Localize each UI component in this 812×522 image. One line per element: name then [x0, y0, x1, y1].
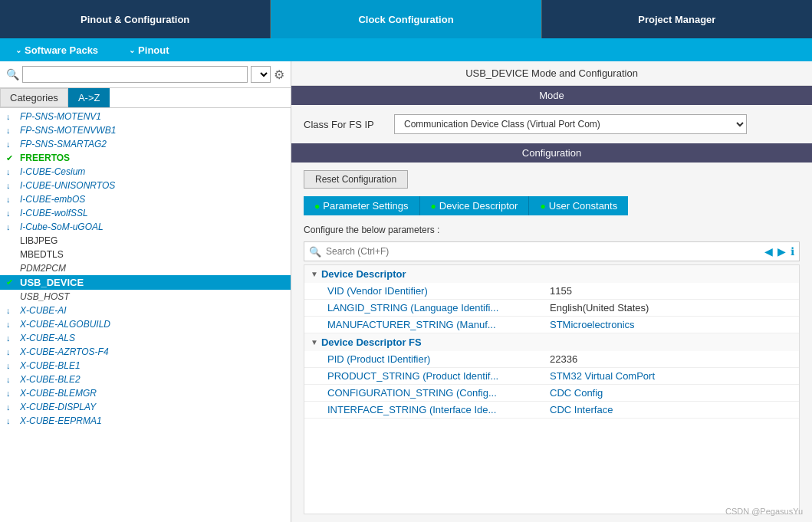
param-name: LANGID_STRING (Language Identifi...	[327, 302, 550, 314]
list-item[interactable]: ↓ I-CUBE-embOS	[0, 192, 291, 206]
sub-nav-pinout[interactable]: ⌄ Pinout	[129, 44, 169, 56]
tab-parameter-settings[interactable]: ● Parameter Settings	[304, 196, 420, 215]
list-item[interactable]: LIBJPEG	[0, 234, 291, 248]
download-icon: ↓	[6, 208, 17, 218]
list-item[interactable]: ↓ FP-SNS-MOTENV1	[0, 110, 291, 123]
list-item[interactable]: ✔ FREERTOS	[0, 151, 291, 165]
item-label: FP-SNS-MOTENV1	[20, 111, 101, 122]
nav-project-label: Project Manager	[638, 14, 715, 25]
list-item[interactable]: ↓ I-CUBE-UNISONRTOS	[0, 179, 291, 192]
nav-project[interactable]: Project Manager	[542, 0, 812, 38]
tab-categories[interactable]: Categories	[0, 88, 68, 107]
sub-nav-pinout-label: Pinout	[138, 44, 169, 56]
section-title: Device Descriptor FS	[321, 337, 422, 348]
download-icon: ↓	[6, 333, 17, 343]
tab-device-descriptor[interactable]: ● Device Descriptor	[420, 196, 530, 215]
param-name: CONFIGURATION_STRING (Config...	[327, 387, 550, 399]
download-icon: ↓	[6, 347, 17, 356]
list-item[interactable]: ↓ X-CUBE-BLE1	[0, 359, 291, 373]
tab-label: Parameter Settings	[323, 200, 408, 212]
param-name: MANUFACTURER_STRING (Manuf...	[327, 319, 550, 330]
download-icon: ↓	[6, 140, 17, 149]
nav-pinout-label: Pinout & Configuration	[81, 14, 189, 25]
param-name: VID (Vendor IDentifier)	[327, 285, 550, 297]
list-item[interactable]: ↓ X-CUBE-ALGOBUILD	[0, 317, 291, 331]
download-icon: ↓	[6, 167, 17, 176]
list-item[interactable]: ↓ X-CUBE-ALS	[0, 331, 291, 345]
item-label: FP-SNS-SMARTAG2	[20, 139, 107, 149]
list-item[interactable]: PDM2PCM	[0, 261, 291, 275]
check-icon: ●	[314, 201, 320, 212]
list-item[interactable]: ↓ X-CUBE-BLEMGR	[0, 386, 291, 400]
prev-arrow-icon[interactable]: ◀	[764, 245, 773, 258]
item-label: I-CUBE-embOS	[20, 194, 85, 205]
param-table: ▼ Device Descriptor VID (Vendor IDentifi…	[304, 264, 800, 514]
item-label: I-CUBE-Cesium	[20, 166, 85, 177]
param-row: PRODUCT_STRING (Product Identif... STM32…	[304, 368, 799, 385]
item-label: X-CUBE-AZRTOS-F4	[20, 346, 109, 357]
item-label: USB_DEVICE	[20, 277, 84, 288]
chevron-down-icon: ▼	[311, 338, 318, 346]
item-label: FP-SNS-MOTENVWB1	[20, 125, 116, 136]
config-section-header: Configuration	[291, 143, 812, 163]
item-label: I-Cube-SoM-uGOAL	[20, 222, 104, 232]
watermark: CSDN @PegasusYu	[725, 507, 803, 516]
item-label: X-CUBE-BLE2	[20, 374, 81, 385]
param-section-header-device-descriptor-fs[interactable]: ▼ Device Descriptor FS	[304, 333, 799, 351]
list-item[interactable]: ↓ I-Cube-SoM-uGOAL	[0, 220, 291, 234]
list-item[interactable]: ↓ FP-SNS-MOTENVWB1	[0, 123, 291, 137]
item-label: X-CUBE-EEPRMA1	[20, 415, 102, 426]
mode-section-header: Mode	[291, 86, 812, 105]
item-label: FREERTOS	[20, 153, 70, 163]
download-icon: ↓	[6, 416, 17, 425]
list-item[interactable]: ↓ X-CUBE-BLE2	[0, 373, 291, 386]
gear-icon[interactable]: ⚙	[274, 67, 284, 82]
download-icon: ↓	[6, 112, 17, 121]
class-for-fs-ip-select[interactable]: Communication Device Class (Virtual Port…	[394, 114, 747, 134]
param-name: PID (Product IDentifier)	[327, 353, 550, 365]
nav-clock[interactable]: Clock Configuration	[271, 0, 541, 38]
item-label: USB_HOST	[20, 291, 70, 302]
reset-configuration-button[interactable]: Reset Configuration	[304, 170, 408, 189]
search-input[interactable]	[22, 66, 248, 83]
item-label: MBEDTLS	[20, 249, 64, 260]
search-icon: 🔍	[6, 68, 19, 80]
param-row: LANGID_STRING (Language Identifi... Engl…	[304, 300, 799, 317]
tab-az[interactable]: A->Z	[68, 88, 110, 107]
list-item[interactable]: USB_HOST	[0, 290, 291, 304]
chevron-down-icon: ▼	[311, 270, 318, 278]
search-dropdown[interactable]	[251, 66, 271, 83]
param-search-input[interactable]	[326, 246, 760, 257]
param-name: INTERFACE_STRING (Interface Ide...	[327, 404, 550, 415]
param-value: English(United States)	[550, 302, 793, 314]
param-value: CDC Interface	[550, 404, 793, 415]
list-item[interactable]: ↓ I-CUBE-wolfSSL	[0, 206, 291, 220]
list-item[interactable]: MBEDTLS	[0, 248, 291, 261]
list-item[interactable]: ↓ X-CUBE-EEPRMA1	[0, 414, 291, 428]
info-icon[interactable]: ℹ	[791, 245, 794, 258]
search-icon-param: 🔍	[309, 246, 321, 258]
param-row: CONFIGURATION_STRING (Config... CDC Conf…	[304, 385, 799, 402]
tab-user-constants[interactable]: ● User Constants	[529, 196, 628, 215]
list-item[interactable]: ↓ I-CUBE-Cesium	[0, 165, 291, 179]
right-panel: USB_DEVICE Mode and Configuration Mode C…	[291, 61, 812, 522]
download-icon: ↓	[6, 181, 17, 190]
item-label: X-CUBE-DISPLAY	[20, 402, 96, 412]
nav-pinout[interactable]: Pinout & Configuration	[0, 0, 271, 38]
list-item[interactable]: ↓ X-CUBE-AZRTOS-F4	[0, 345, 291, 359]
next-arrow-icon[interactable]: ▶	[777, 245, 786, 258]
param-section-header-device-descriptor[interactable]: ▼ Device Descriptor	[304, 265, 799, 283]
param-value: 1155	[550, 285, 793, 297]
list-item[interactable]: ↓ FP-SNS-SMARTAG2	[0, 137, 291, 151]
download-icon: ↓	[6, 306, 17, 315]
param-search-row: 🔍 ◀ ▶ ℹ	[304, 241, 800, 261]
list-item-usb-device[interactable]: ✔ USB_DEVICE	[0, 275, 291, 290]
chevron-down-icon-2: ⌄	[129, 46, 135, 54]
list-item[interactable]: ↓ X-CUBE-DISPLAY	[0, 400, 291, 414]
item-label: PDM2PCM	[20, 263, 66, 274]
sub-nav-software-packs[interactable]: ⌄ Software Packs	[15, 44, 98, 56]
list-item[interactable]: ↓ X-CUBE-AI	[0, 304, 291, 317]
config-tabs: ● Parameter Settings ● Device Descriptor…	[304, 196, 800, 215]
download-icon: ↓	[6, 126, 17, 135]
param-row: VID (Vendor IDentifier) 1155	[304, 283, 799, 300]
